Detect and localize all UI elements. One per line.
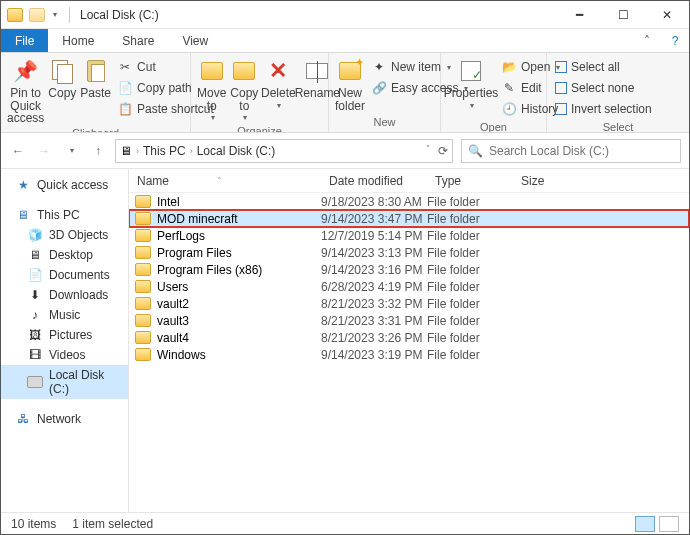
videos-icon: 🎞 (27, 348, 43, 362)
minimize-button[interactable]: ━ (557, 1, 601, 29)
properties-icon (461, 61, 481, 81)
column-type[interactable]: Type (427, 174, 513, 188)
file-date: 9/18/2023 8:30 AM (321, 195, 427, 209)
paste-button[interactable]: Paste (80, 55, 111, 100)
close-button[interactable]: ✕ (645, 1, 689, 29)
history-icon: 🕘 (501, 101, 517, 117)
edit-icon: ✎ (501, 80, 517, 96)
column-size[interactable]: Size (513, 174, 573, 188)
table-row[interactable]: Windows9/14/2023 3:19 PMFile folder (129, 346, 689, 363)
ribbon: 📌 Pin to Quick access Copy Paste ✂Cut 📄C… (1, 53, 689, 133)
tab-share[interactable]: Share (108, 29, 168, 52)
sidebar-item-quick-access[interactable]: ★Quick access (1, 175, 128, 195)
sidebar-item-videos[interactable]: 🎞Videos (1, 345, 128, 365)
breadcrumb-this-pc[interactable]: This PC (143, 144, 186, 158)
chevron-right-icon[interactable]: › (190, 146, 193, 156)
back-button[interactable]: ← (9, 144, 27, 158)
thumbnails-view-button[interactable] (659, 516, 679, 532)
file-type: File folder (427, 348, 513, 362)
column-name[interactable]: Name˄ (129, 174, 321, 188)
open-icon: 📂 (501, 59, 517, 75)
file-date: 9/14/2023 3:47 PM (321, 212, 427, 226)
file-name: vault3 (157, 314, 189, 328)
delete-button[interactable]: ✕ Delete▾ (262, 55, 294, 110)
folder-icon (135, 348, 151, 361)
sidebar-item-network[interactable]: 🖧Network (1, 409, 128, 429)
search-icon: 🔍 (468, 144, 483, 158)
file-date: 8/21/2023 3:32 PM (321, 297, 427, 311)
window-title: Local Disk (C:) (76, 8, 159, 22)
sidebar-item-pictures[interactable]: 🖼Pictures (1, 325, 128, 345)
file-date: 8/21/2023 3:26 PM (321, 331, 427, 345)
group-label: Open (441, 121, 546, 133)
copy-icon (52, 60, 72, 82)
qat-dropdown-icon[interactable]: ▾ (53, 10, 57, 19)
help-icon[interactable]: ? (661, 29, 689, 52)
table-row[interactable]: vault48/21/2023 3:26 PMFile folder (129, 329, 689, 346)
table-row[interactable]: PerfLogs12/7/2019 5:14 PMFile folder (129, 227, 689, 244)
details-view-button[interactable] (635, 516, 655, 532)
breadcrumb-local-disk[interactable]: Local Disk (C:) (197, 144, 276, 158)
sidebar-item-local-disk[interactable]: Local Disk (C:) (1, 365, 128, 399)
sidebar-item-desktop[interactable]: 🖥Desktop (1, 245, 128, 265)
network-icon: 🖧 (15, 412, 31, 426)
move-to-button[interactable]: Move to▾ (197, 55, 226, 123)
table-row[interactable]: vault38/21/2023 3:31 PMFile folder (129, 312, 689, 329)
tab-view[interactable]: View (168, 29, 222, 52)
move-to-icon (201, 62, 223, 80)
tab-home[interactable]: Home (48, 29, 108, 52)
table-row[interactable]: MOD minecraft9/14/2023 3:47 PMFile folde… (129, 210, 689, 227)
maximize-button[interactable]: ☐ (601, 1, 645, 29)
music-icon: ♪ (27, 308, 43, 322)
address-bar[interactable]: 🖥 › This PC › Local Disk (C:) ˅ ⟳ (115, 139, 453, 163)
address-dropdown-icon[interactable]: ˅ (426, 144, 430, 158)
search-input[interactable] (489, 144, 674, 158)
disk-icon (27, 376, 43, 388)
file-name: Users (157, 280, 188, 294)
copy-to-button[interactable]: Copy to▾ (230, 55, 258, 123)
3d-objects-icon: 🧊 (27, 228, 43, 242)
column-date[interactable]: Date modified (321, 174, 427, 188)
refresh-button[interactable]: ⟳ (438, 144, 448, 158)
documents-icon: 📄 (27, 268, 43, 282)
select-all-button[interactable]: Select all (553, 57, 654, 77)
forward-button[interactable]: → (35, 144, 53, 158)
table-row[interactable]: vault28/21/2023 3:32 PMFile folder (129, 295, 689, 312)
invert-selection-button[interactable]: Invert selection (553, 99, 654, 119)
copy-button[interactable]: Copy (48, 55, 76, 100)
sidebar-item-this-pc[interactable]: 🖥This PC (1, 205, 128, 225)
file-type: File folder (427, 280, 513, 294)
recent-locations-icon[interactable]: ▾ (63, 146, 81, 155)
sidebar-item-downloads[interactable]: ⬇Downloads (1, 285, 128, 305)
tab-file[interactable]: File (1, 29, 48, 52)
table-row[interactable]: Program Files (x86)9/14/2023 3:16 PMFile… (129, 261, 689, 278)
chevron-right-icon[interactable]: › (136, 146, 139, 156)
group-label: New (329, 116, 440, 132)
sort-indicator-icon: ˄ (217, 176, 222, 186)
delete-icon: ✕ (264, 57, 292, 85)
file-name: PerfLogs (157, 229, 205, 243)
file-name: vault4 (157, 331, 189, 345)
file-name: vault2 (157, 297, 189, 311)
paste-shortcut-icon: 📋 (117, 101, 133, 117)
copy-to-icon (233, 62, 255, 80)
properties-button[interactable]: Properties▾ (447, 55, 495, 110)
file-date: 9/14/2023 3:19 PM (321, 348, 427, 362)
up-button[interactable]: ↑ (89, 144, 107, 158)
sidebar-item-documents[interactable]: 📄Documents (1, 265, 128, 285)
select-none-button[interactable]: Select none (553, 78, 654, 98)
folder-icon (29, 8, 45, 22)
pin-to-quick-access-button[interactable]: 📌 Pin to Quick access (7, 55, 44, 125)
new-folder-button[interactable]: New folder (335, 55, 365, 112)
file-type: File folder (427, 263, 513, 277)
sidebar-item-music[interactable]: ♪Music (1, 305, 128, 325)
rename-icon (306, 63, 328, 79)
search-box[interactable]: 🔍 (461, 139, 681, 163)
table-row[interactable]: Users6/28/2023 4:19 PMFile folder (129, 278, 689, 295)
sidebar-item-3d-objects[interactable]: 🧊3D Objects (1, 225, 128, 245)
group-label: Select (547, 121, 689, 133)
ribbon-collapse-icon[interactable]: ˄ (633, 29, 661, 52)
folder-icon (135, 263, 151, 276)
table-row[interactable]: Program Files9/14/2023 3:13 PMFile folde… (129, 244, 689, 261)
table-row[interactable]: Intel9/18/2023 8:30 AMFile folder (129, 193, 689, 210)
